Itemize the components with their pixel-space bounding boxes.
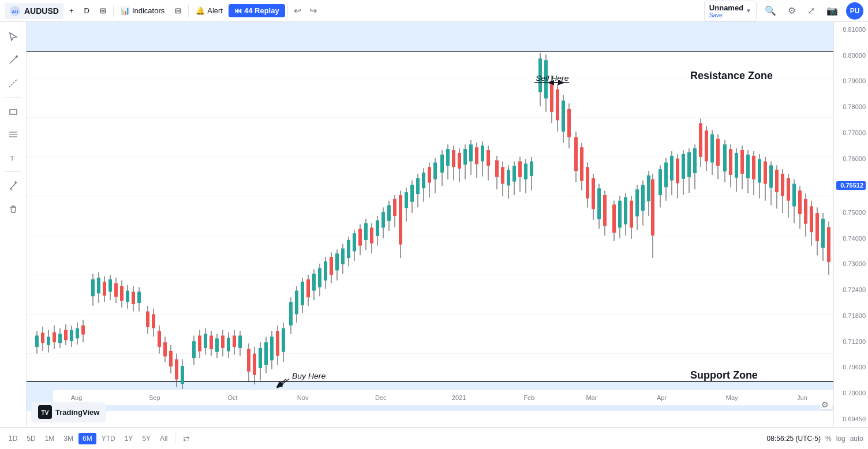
sidebar-fibonacci-tool[interactable] (3, 124, 24, 145)
svg-rect-188 (530, 162, 533, 176)
svg-line-2 (10, 57, 17, 63)
undo-button[interactable]: ↩ (290, 3, 305, 18)
svg-rect-66 (163, 342, 167, 356)
sidebar-delete-tool[interactable] (3, 199, 24, 219)
svg-rect-262 (752, 156, 755, 179)
log-label[interactable]: log (836, 435, 845, 443)
chart-settings-button[interactable]: ⚙ (818, 398, 831, 411)
svg-rect-92 (247, 349, 250, 372)
search-button[interactable]: 🔍 (761, 3, 780, 18)
svg-rect-52 (120, 286, 124, 301)
chart-container[interactable]: Sell Here Resistance Zone Buy Here Suppo… (27, 22, 868, 427)
auto-label[interactable]: auto (850, 435, 863, 443)
svg-rect-104 (282, 328, 285, 352)
svg-rect-202 (574, 137, 578, 171)
svg-rect-178 (501, 167, 504, 184)
svg-rect-200 (567, 109, 571, 137)
tf-1d[interactable]: 1D (5, 433, 21, 444)
sidebar-cursor-tool[interactable] (3, 27, 24, 47)
svg-rect-96 (259, 348, 262, 368)
layout-button[interactable]: ⊟ (170, 4, 186, 17)
svg-rect-62 (152, 314, 155, 328)
svg-rect-126 (347, 240, 350, 258)
svg-rect-166 (463, 149, 467, 164)
svg-rect-182 (512, 166, 516, 181)
svg-rect-154 (428, 167, 431, 182)
svg-rect-38 (76, 328, 79, 339)
current-price-label: 0.75512 (836, 181, 866, 190)
named-chart-button[interactable]: Unnamed Save ▼ (704, 1, 757, 21)
gear-icon: ⚙ (788, 6, 796, 16)
svg-rect-30 (53, 332, 56, 343)
tf-ytd[interactable]: YTD (98, 433, 119, 444)
time-sep: Sep (149, 394, 160, 401)
left-sidebar: T (0, 22, 27, 427)
compare-button[interactable]: ⊞ (95, 4, 111, 17)
svg-rect-70 (175, 359, 178, 379)
tf-6m[interactable]: 6M (78, 433, 96, 444)
svg-rect-48 (108, 279, 112, 291)
tf-all[interactable]: All (156, 433, 171, 444)
svg-rect-40 (81, 325, 85, 335)
svg-rect-118 (324, 261, 327, 280)
sidebar-measure-tool[interactable] (3, 175, 24, 196)
price-0.79: 0.79000 (836, 78, 866, 84)
timeframe-button[interactable]: D (79, 4, 93, 17)
price-0.718: 0.71800 (836, 313, 866, 319)
symbol-button[interactable]: AU AUDUSD (5, 3, 63, 19)
add-icon: + (69, 6, 74, 15)
tf-5d[interactable]: 5D (23, 433, 39, 444)
alert-icon: 🔔 (196, 6, 205, 15)
fullscreen-button[interactable]: ⤢ (804, 3, 818, 18)
redo-button[interactable]: ↪ (306, 3, 320, 18)
svg-rect-164 (458, 153, 461, 169)
svg-rect-134 (370, 227, 373, 243)
svg-rect-98 (264, 342, 268, 365)
compare-chart-button[interactable]: ⇄ (179, 432, 194, 445)
price-0.81: 0.81000 (836, 27, 866, 33)
add-symbol-button[interactable]: + (65, 4, 78, 17)
tf-1m[interactable]: 1M (41, 433, 59, 444)
indicators-button[interactable]: 📊 Indicators (116, 4, 169, 17)
svg-rect-142 (393, 199, 396, 216)
svg-line-4 (9, 79, 17, 87)
search-icon: 🔍 (765, 6, 776, 16)
price-0.75: 0.75000 (836, 209, 866, 216)
svg-rect-32 (58, 334, 62, 343)
svg-rect-36 (70, 330, 73, 341)
chevron-down-icon: ▼ (746, 8, 751, 14)
chart-svg: Sell Here Resistance Zone Buy Here Suppo… (27, 22, 833, 411)
toolbar-right: Unnamed Save ▼ 🔍 ⚙ ⤢ 📷 PU (704, 1, 863, 21)
sidebar-draw-tool[interactable] (3, 50, 24, 70)
svg-rect-228 (651, 179, 654, 235)
tf-1y[interactable]: 1Y (121, 433, 137, 444)
user-initials: PU (850, 7, 860, 15)
sidebar-shapes-tool[interactable] (3, 101, 24, 122)
percent-label[interactable]: % (825, 435, 832, 443)
replay-button[interactable]: ⏮ 44 Replay (229, 4, 285, 17)
sidebar-line-tool[interactable] (3, 73, 24, 93)
svg-rect-248 (710, 134, 714, 163)
svg-text:Buy Here: Buy Here (292, 372, 326, 381)
svg-rect-282 (810, 206, 813, 232)
svg-rect-274 (787, 178, 790, 201)
sidebar-text-tool[interactable]: T (3, 147, 24, 168)
bottom-right-info: 08:56:25 (UTC-5) % log auto (767, 435, 863, 443)
svg-rect-156 (433, 162, 437, 179)
svg-rect-112 (306, 279, 310, 297)
settings-button[interactable]: ⚙ (784, 3, 799, 18)
tf-3m[interactable]: 3M (59, 433, 77, 444)
timeframe-label: D (84, 6, 89, 15)
symbol-label: AUDUSD (24, 6, 59, 16)
svg-rect-72 (181, 366, 184, 384)
svg-rect-130 (358, 229, 362, 245)
price-0.74: 0.74000 (836, 235, 866, 242)
svg-rect-204 (580, 147, 583, 181)
user-avatar[interactable]: PU (846, 2, 863, 20)
screenshot-button[interactable]: 📷 (823, 3, 841, 18)
tf-5y[interactable]: 5Y (138, 433, 155, 444)
alert-button[interactable]: 🔔 Alert (191, 4, 227, 17)
svg-rect-136 (376, 220, 379, 236)
svg-rect-224 (641, 185, 645, 211)
svg-rect-102 (276, 331, 279, 356)
